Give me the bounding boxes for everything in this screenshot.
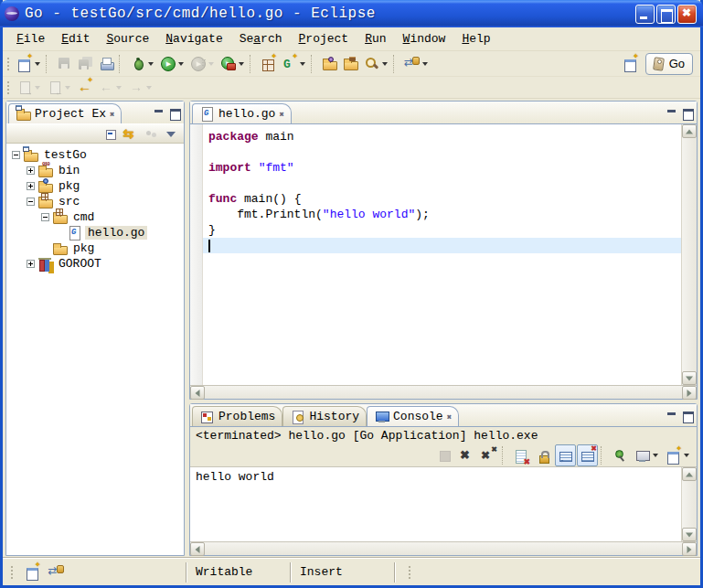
remove-launch-button[interactable] xyxy=(456,444,477,466)
menu-window[interactable]: Window xyxy=(395,30,454,48)
scroll-right-icon[interactable] xyxy=(682,542,697,556)
tab-console[interactable]: Console xyxy=(367,406,459,426)
open-perspective-button[interactable] xyxy=(619,53,642,75)
tree-item-pkg[interactable]: pkg xyxy=(6,178,184,194)
expand-icon[interactable] xyxy=(27,260,35,268)
tab-history[interactable]: History xyxy=(282,406,367,426)
scroll-down-icon[interactable] xyxy=(682,371,697,385)
tab-problems[interactable]: Problems xyxy=(192,406,282,426)
scroll-lock-button[interactable] xyxy=(533,444,554,466)
maximize-button[interactable] xyxy=(656,5,676,24)
minimized-views-button[interactable] xyxy=(47,563,65,582)
explorer-maximize-button[interactable] xyxy=(167,107,182,120)
editor-tab-close-icon[interactable] xyxy=(279,107,283,121)
menu-edit[interactable]: Edit xyxy=(53,30,98,48)
code-editor[interactable]: package mainimport "fmt"func main() { fm… xyxy=(203,124,681,385)
menu-help[interactable]: Help xyxy=(453,30,498,48)
link-with-editor-button[interactable] xyxy=(122,124,140,143)
show-on-stdout-button[interactable] xyxy=(555,444,576,466)
expand-icon[interactable] xyxy=(27,182,35,190)
menu-run[interactable]: Run xyxy=(357,30,394,48)
dropdown-arrow-icon[interactable] xyxy=(653,454,658,457)
open-external-file-button[interactable] xyxy=(340,53,361,75)
scroll-left-icon[interactable] xyxy=(190,386,205,400)
collapse-icon[interactable] xyxy=(12,151,20,159)
code-line[interactable]: package main xyxy=(203,129,681,144)
console-vertical-scrollbar[interactable] xyxy=(681,467,697,541)
code-line[interactable]: import "fmt" xyxy=(203,160,681,176)
fast-view-button[interactable] xyxy=(23,563,41,582)
save-all-button[interactable] xyxy=(75,53,96,75)
tree-item-cmd[interactable]: cmd xyxy=(6,209,184,225)
open-console-button[interactable] xyxy=(663,444,693,466)
code-line[interactable]: fmt.Println("hello world"); xyxy=(203,207,681,222)
perspective-go-button[interactable]: Go xyxy=(645,53,693,75)
code-line[interactable] xyxy=(203,238,681,253)
editor-vertical-scrollbar[interactable] xyxy=(681,124,697,385)
display-console-button[interactable] xyxy=(632,444,662,466)
dropdown-arrow-icon[interactable] xyxy=(116,86,122,90)
pin-console-button[interactable] xyxy=(610,444,631,466)
dropdown-arrow-icon[interactable] xyxy=(148,62,154,66)
console-maximize-button[interactable] xyxy=(680,410,695,422)
tree-item-testgo[interactable]: testGo xyxy=(6,147,184,163)
editor-minimize-button[interactable] xyxy=(665,107,679,120)
previous-annotation-button[interactable] xyxy=(44,77,74,99)
toggle-editor-link-button[interactable] xyxy=(401,53,431,75)
terminate-button[interactable] xyxy=(434,444,455,466)
console-horizontal-scrollbar[interactable] xyxy=(190,541,697,555)
code-line[interactable]: } xyxy=(203,222,681,238)
dropdown-arrow-icon[interactable] xyxy=(35,62,40,66)
scroll-up-icon[interactable] xyxy=(682,467,697,481)
explorer-minimize-button[interactable] xyxy=(152,107,166,120)
new-go-project-button[interactable] xyxy=(258,53,279,75)
tab-project-explorer[interactable]: Project Ex xyxy=(8,103,122,123)
external-tools-button[interactable] xyxy=(218,53,248,75)
explorer-close-icon[interactable] xyxy=(110,107,114,121)
print-button[interactable] xyxy=(96,53,117,75)
new-wizard-button[interactable] xyxy=(14,53,44,75)
console-minimize-button[interactable] xyxy=(665,410,679,422)
menu-navigate[interactable]: Navigate xyxy=(157,30,230,48)
new-go-element-button[interactable] xyxy=(279,53,309,75)
tree-item-pkg[interactable]: pkg xyxy=(6,241,184,256)
focus-button[interactable] xyxy=(142,124,160,143)
collapse-icon[interactable] xyxy=(27,198,35,206)
tab-hello-go[interactable]: hello.go xyxy=(192,103,292,123)
editor-horizontal-scrollbar[interactable] xyxy=(190,385,697,399)
clear-console-button[interactable] xyxy=(511,444,532,466)
close-button[interactable] xyxy=(677,5,697,24)
collapse-icon[interactable] xyxy=(41,213,49,221)
last-edit-location-button[interactable] xyxy=(74,77,95,99)
dropdown-arrow-icon[interactable] xyxy=(208,62,214,66)
next-annotation-button[interactable] xyxy=(14,77,44,99)
console-close-icon[interactable] xyxy=(447,410,452,423)
tree-item-src[interactable]: src xyxy=(6,194,184,209)
code-line[interactable] xyxy=(203,176,681,191)
expand-icon[interactable] xyxy=(27,166,35,175)
scroll-down-icon[interactable] xyxy=(682,528,697,541)
editor-maximize-button[interactable] xyxy=(680,107,695,120)
search-button[interactable] xyxy=(361,53,391,75)
menu-project[interactable]: Project xyxy=(291,30,357,48)
dropdown-arrow-icon[interactable] xyxy=(146,86,152,90)
scroll-up-icon[interactable] xyxy=(682,124,697,138)
scroll-right-icon[interactable] xyxy=(682,386,697,400)
tree-item-bin[interactable]: 010bin xyxy=(6,163,184,178)
console-output[interactable]: hello world xyxy=(190,467,681,541)
dropdown-arrow-icon[interactable] xyxy=(35,86,40,90)
menu-file[interactable]: File xyxy=(8,30,53,48)
code-line[interactable] xyxy=(203,144,681,160)
show-on-stderr-button[interactable] xyxy=(577,444,598,466)
tree-item-hello-go[interactable]: hello.go xyxy=(6,225,184,241)
run-button[interactable] xyxy=(157,53,187,75)
dropdown-arrow-icon[interactable] xyxy=(422,62,428,66)
open-plugin-artifact-button[interactable] xyxy=(319,53,340,75)
view-menu-button[interactable] xyxy=(162,124,180,143)
collapse-all-button[interactable] xyxy=(101,124,120,143)
dropdown-arrow-icon[interactable] xyxy=(382,62,388,66)
scroll-left-icon[interactable] xyxy=(190,542,205,556)
dropdown-arrow-icon[interactable] xyxy=(65,86,70,90)
forward-button[interactable] xyxy=(125,77,155,99)
run-history-button[interactable] xyxy=(187,53,218,75)
